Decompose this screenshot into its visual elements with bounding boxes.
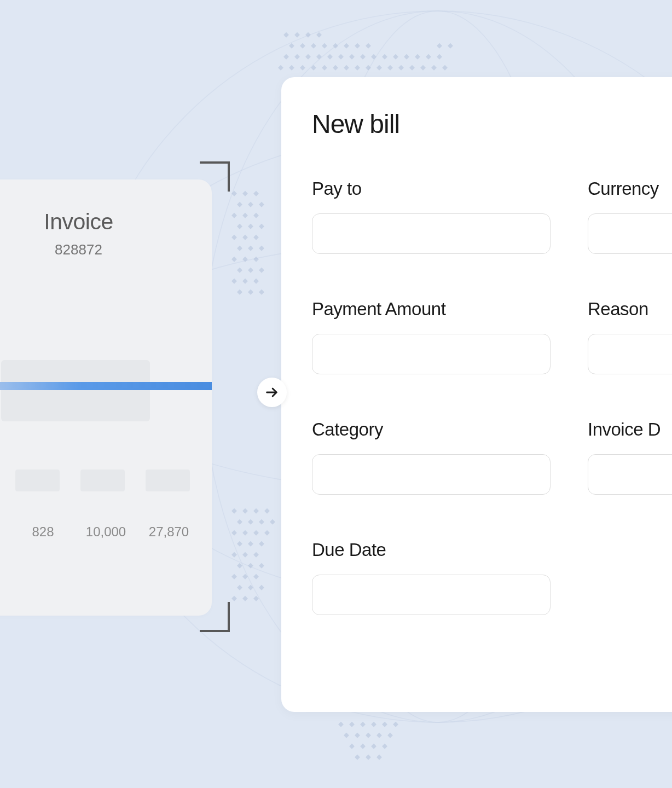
svg-rect-102 [242,574,248,580]
svg-rect-55 [259,202,264,207]
svg-rect-69 [242,257,248,262]
svg-rect-52 [253,191,259,196]
scan-frame-corner-top [200,161,230,192]
svg-rect-78 [248,289,253,295]
svg-rect-60 [248,224,253,229]
invoice-value: 10,000 [85,524,127,540]
svg-rect-20 [294,54,300,60]
svg-rect-59 [237,224,242,229]
svg-rect-56 [231,213,237,218]
svg-rect-75 [242,279,248,284]
invoice-date-field-group: Invoice D [588,419,672,495]
svg-rect-18 [448,43,453,49]
svg-rect-71 [237,268,242,273]
pay-to-label: Pay to [312,178,551,199]
svg-rect-14 [344,43,349,49]
due-date-field-group: Due Date [312,540,551,615]
payment-amount-input[interactable] [312,334,551,374]
svg-rect-89 [242,530,248,536]
svg-rect-122 [360,744,366,749]
svg-rect-87 [270,519,275,525]
svg-rect-107 [231,596,237,601]
invoice-line-item-placeholder [146,470,190,491]
svg-rect-105 [248,585,253,590]
svg-rect-93 [248,541,253,547]
invoice-date-label: Invoice D [588,419,672,440]
invoice-date-input[interactable] [588,454,672,495]
svg-rect-34 [278,65,283,71]
svg-rect-77 [237,289,242,295]
svg-rect-10 [300,43,305,49]
currency-field-group: Currency [588,178,672,254]
svg-rect-28 [382,54,387,60]
svg-rect-38 [322,65,327,71]
svg-rect-30 [404,54,409,60]
svg-rect-11 [311,43,316,49]
svg-rect-57 [242,213,248,218]
svg-rect-70 [253,257,259,262]
svg-rect-109 [253,596,259,601]
currency-input[interactable] [588,213,672,254]
scan-frame-corner-bottom [200,602,230,632]
svg-rect-61 [259,224,264,229]
due-date-input[interactable] [312,575,551,615]
svg-rect-8 [316,32,322,38]
svg-rect-47 [420,65,426,71]
svg-rect-123 [371,744,376,749]
svg-rect-120 [387,733,393,738]
svg-rect-44 [387,65,393,71]
pay-to-input[interactable] [312,213,551,254]
svg-rect-12 [322,43,327,49]
svg-rect-112 [360,722,366,727]
invoice-card: Invoice 828872 828 10,000 27,870 [0,179,212,616]
svg-rect-63 [242,235,248,240]
svg-rect-111 [349,722,355,727]
payment-amount-field-group: Payment Amount [312,299,551,374]
svg-rect-96 [242,552,248,558]
svg-rect-26 [360,54,366,60]
invoice-line-items [15,470,190,491]
currency-label: Currency [588,178,672,199]
svg-rect-106 [259,585,264,590]
svg-rect-127 [376,755,382,760]
svg-rect-84 [237,519,242,525]
svg-rect-66 [248,246,253,251]
svg-rect-15 [355,43,360,49]
svg-rect-82 [253,508,259,514]
svg-rect-73 [259,268,264,273]
svg-rect-100 [259,563,264,569]
svg-rect-103 [253,574,259,580]
svg-rect-5 [283,32,289,38]
svg-rect-86 [259,519,264,525]
svg-rect-37 [311,65,316,71]
svg-rect-117 [355,733,360,738]
svg-rect-49 [442,65,448,71]
svg-rect-79 [259,289,264,295]
svg-rect-23 [327,54,333,60]
reason-input[interactable] [588,334,672,374]
svg-rect-92 [237,541,242,547]
svg-rect-94 [259,541,264,547]
svg-rect-85 [248,519,253,525]
svg-rect-90 [253,530,259,536]
svg-rect-19 [283,54,289,60]
svg-rect-39 [333,65,338,71]
svg-rect-32 [426,54,431,60]
svg-rect-81 [242,508,248,514]
svg-rect-27 [371,54,376,60]
svg-rect-68 [231,257,237,262]
svg-rect-41 [355,65,360,71]
svg-rect-124 [382,744,387,749]
due-date-label: Due Date [312,540,551,560]
svg-rect-104 [237,585,242,590]
category-input[interactable] [312,454,551,495]
svg-rect-53 [237,202,242,207]
form-title: New bill [312,109,672,139]
svg-rect-114 [382,722,387,727]
svg-rect-65 [237,246,242,251]
invoice-values-row: 828 10,000 27,870 [22,524,190,540]
new-bill-form: New bill Pay to Currency Payment Amount … [281,77,672,712]
svg-rect-116 [344,733,349,738]
svg-rect-24 [338,54,344,60]
svg-rect-108 [242,596,248,601]
